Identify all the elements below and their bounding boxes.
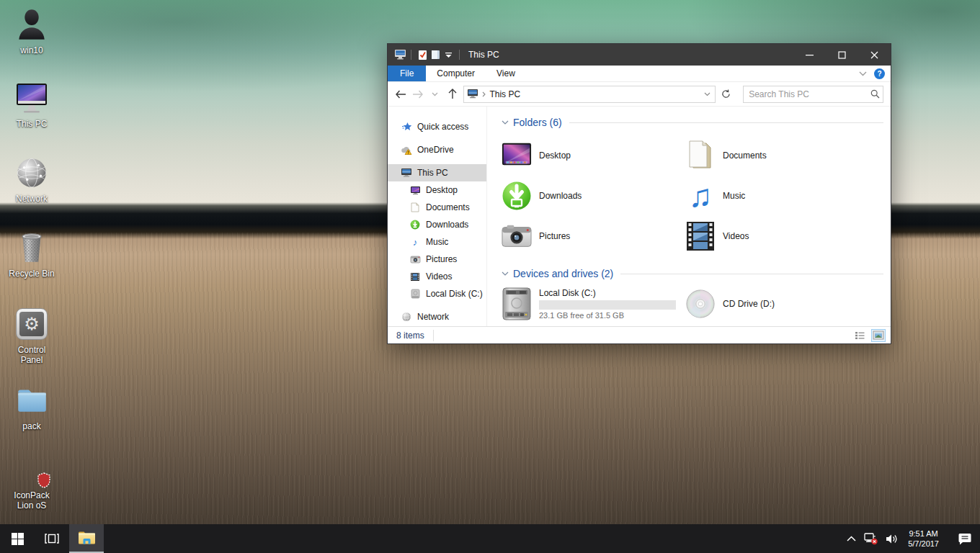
desktop-icon-recycle-bin[interactable]: Recycle Bin [0,229,63,279]
sidebar-item-pictures[interactable]: Pictures [388,251,486,268]
disk-usage-bar [539,300,676,310]
minimize-button[interactable] [793,44,826,66]
quick-access-star-icon [401,121,412,132]
desktop-icon-network[interactable]: Network [0,154,63,204]
folder-tile-desktop[interactable]: Desktop [502,135,685,176]
close-button[interactable] [858,44,891,66]
desktop-icon [409,184,421,196]
large-icons-view-button[interactable] [872,330,885,341]
items-view: Folders (6) Desktop [487,107,891,326]
folder-tile-videos[interactable]: Videos [685,216,869,256]
sidebar-item-onedrive[interactable]: OneDrive [388,141,486,158]
desktop-icon-control-panel[interactable]: ⚙ Control Panel [0,305,63,365]
desktop-icon-label: pack [22,421,40,431]
sidebar-item-quick-access[interactable]: Quick access [388,118,486,135]
search-box[interactable] [743,86,883,103]
network-disconnected-icon[interactable] [864,533,878,545]
desktop-icon-this-pc[interactable]: This PC [0,79,63,129]
tray-expand-chevron[interactable] [847,536,856,541]
forward-button[interactable] [409,86,427,103]
titlebar[interactable]: This PC [388,44,891,66]
sidebar-item-local-disk[interactable]: Local Disk (C:) [388,285,486,302]
taskbar: 9:51 AM 5/7/2017 [0,524,980,553]
folders-grid: Desktop Documents [502,135,886,256]
sidebar-item-documents[interactable]: Documents [388,199,486,216]
statusbar: 8 items [388,326,891,343]
group-header-drives[interactable]: Devices and drives (2) [502,266,886,281]
sidebar-item-desktop[interactable]: Desktop [388,181,486,199]
group-title: Folders (6) [513,117,562,128]
folder-icon [13,382,50,419]
sidebar-item-downloads[interactable]: Downloads [388,216,486,233]
search-input[interactable] [749,89,870,99]
app-icon [394,49,406,60]
recent-locations-chevron[interactable] [427,86,444,103]
documents-pages-icon [685,140,716,171]
qat-new-folder-button[interactable] [429,47,442,63]
documents-icon [409,202,421,213]
titlebar-separator [411,50,411,60]
desktop-icon-iconpack[interactable]: IconPack Lion oS [0,451,63,511]
sidebar-item-videos[interactable]: Videos [388,268,486,285]
volume-icon[interactable] [886,534,899,544]
group-header-folders[interactable]: Folders (6) [502,115,886,130]
maximize-button[interactable] [826,44,858,66]
details-view-button[interactable] [853,330,866,341]
refresh-icon[interactable] [717,86,734,103]
music-note-icon: ♫ [685,181,716,211]
tab-computer[interactable]: Computer [426,66,486,81]
network-globe-icon [401,311,412,323]
collapse-chevron-icon[interactable] [502,271,509,276]
up-button[interactable] [444,86,461,103]
taskbar-clock[interactable]: 9:51 AM 5/7/2017 [908,529,939,549]
hard-drive-icon [502,289,532,319]
folder-tile-pictures[interactable]: Pictures [502,216,685,256]
group-rule [569,122,883,123]
desktop-icon-win10[interactable]: win10 [0,6,63,55]
sidebar-item-network[interactable]: Network [388,308,486,325]
desktop-icon-label: Control Panel [10,345,53,365]
navigation-pane: Quick access OneDrive This PC [388,107,487,326]
qat-properties-button[interactable] [416,47,429,63]
file-explorer-taskbar-button[interactable] [69,524,104,553]
drive-free-space: 23.1 GB free of 31.5 GB [539,311,676,320]
search-icon[interactable] [870,89,880,99]
back-button[interactable] [392,86,409,103]
explorer-window: This PC File Computer View [387,43,891,344]
desktop-icon-pack[interactable]: pack [0,382,63,431]
folder-tile-downloads[interactable]: Downloads [502,176,685,216]
ribbon-collapse-chevron[interactable] [859,71,867,76]
start-button[interactable] [0,524,35,553]
task-view-button[interactable] [35,524,69,553]
desktop: win10 This PC Network [0,0,980,553]
computer-icon [401,167,412,179]
address-bar[interactable]: This PC [463,86,716,103]
ribbon-tabs: File Computer View ? [388,66,891,82]
tab-view[interactable]: View [486,66,526,81]
group-rule [620,274,883,274]
folder-tile-documents[interactable]: Documents [685,135,869,176]
folder-tile-music[interactable]: ♫ Music [685,176,869,216]
gear-icon: ⚙ [13,305,50,343]
filmstrip-icon [685,221,716,251]
qat-customize-chevron[interactable] [442,47,455,63]
sidebar-item-this-pc[interactable]: This PC [388,164,486,181]
drive-tile-cd[interactable]: CD Drive (D:) [685,284,869,324]
globe-icon [13,154,50,192]
titlebar-separator [459,50,460,60]
collapse-chevron-icon[interactable] [502,120,509,125]
breadcrumb-chevron [482,91,486,97]
address-dropdown-chevron[interactable] [699,92,715,96]
imac-icon [13,79,50,117]
drives-grid: Local Disk (C:) 23.1 GB free of 31.5 GB [502,284,886,324]
breadcrumb-pc-icon [467,89,478,99]
breadcrumb-location[interactable]: This PC [489,89,520,99]
clock-time: 9:51 AM [909,529,937,539]
drive-tile-local-disk[interactable]: Local Disk (C:) 23.1 GB free of 31.5 GB [502,284,685,324]
tab-file[interactable]: File [388,66,426,81]
sidebar-item-music[interactable]: ♪ Music [388,233,486,251]
downloads-green-icon [502,181,532,211]
help-icon[interactable]: ? [874,68,885,79]
cd-disc-icon [685,289,716,319]
action-center-icon[interactable] [958,533,971,545]
